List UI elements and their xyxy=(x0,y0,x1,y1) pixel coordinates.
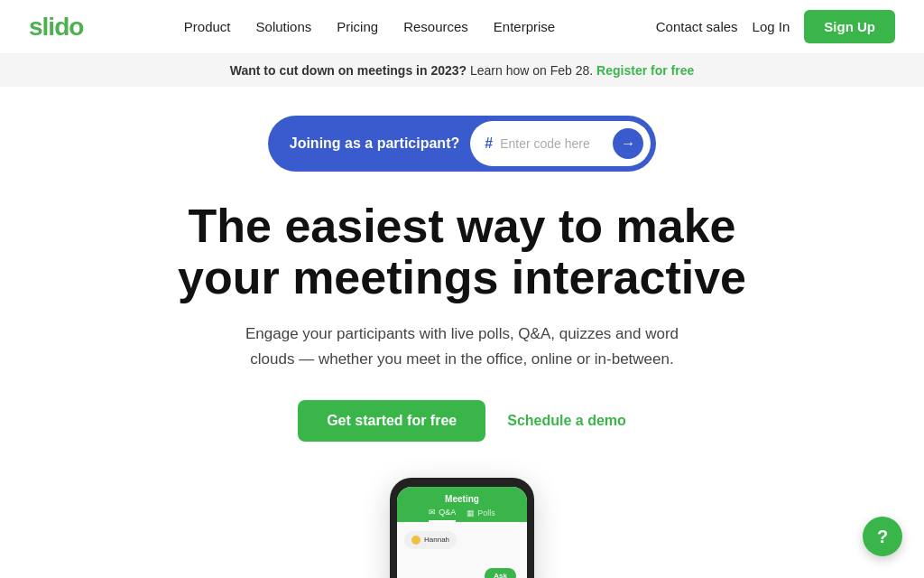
join-participant-bar: Joining as a participant? # Enter code h… xyxy=(268,116,656,172)
phone-tab-qa[interactable]: ✉ Q&A xyxy=(429,508,456,522)
phone-top-bar: Meeting ✉ Q&A ▦ Polls xyxy=(397,487,527,522)
promo-banner: Want to cut down on meetings in 2023? Le… xyxy=(0,54,924,87)
nav-pricing[interactable]: Pricing xyxy=(337,19,378,34)
nav-actions: Contact sales Log In Sign Up xyxy=(656,10,895,43)
phone-screen: Meeting ✉ Q&A ▦ Polls Hannah Ask xyxy=(397,487,527,578)
phone-tabs: ✉ Q&A ▦ Polls xyxy=(429,508,495,522)
cta-row: Get started for free Schedule a demo xyxy=(298,400,626,442)
code-input-container[interactable]: # Enter code here → xyxy=(470,121,651,166)
nav-links: Product Solutions Pricing Resources Ente… xyxy=(184,19,555,34)
nav-resources[interactable]: Resources xyxy=(403,19,468,34)
phone-meeting-label: Meeting xyxy=(445,494,479,504)
banner-text: Want to cut down on meetings in 2023? xyxy=(230,63,467,78)
login-link[interactable]: Log In xyxy=(753,19,790,34)
banner-register-link[interactable]: Register for free xyxy=(596,63,694,78)
phone-mockup: Meeting ✉ Q&A ▦ Polls Hannah Ask xyxy=(390,478,534,578)
join-label: Joining as a participant? xyxy=(290,135,459,152)
code-placeholder: Enter code here xyxy=(500,136,605,151)
phone-ask-button[interactable]: Ask xyxy=(485,568,516,578)
schedule-demo-link[interactable]: Schedule a demo xyxy=(507,413,626,429)
get-started-button[interactable]: Get started for free xyxy=(298,400,485,442)
nav-product[interactable]: Product xyxy=(184,19,231,34)
nav-solutions[interactable]: Solutions xyxy=(256,19,312,34)
hero-subtitle: Engage your participants with live polls… xyxy=(236,322,688,370)
user-avatar-dot xyxy=(411,536,420,545)
phone-body: Hannah Ask xyxy=(397,522,527,578)
navbar: slido Product Solutions Pricing Resource… xyxy=(0,0,924,54)
logo[interactable]: slido xyxy=(29,13,83,42)
hash-icon: # xyxy=(485,135,493,152)
signup-button[interactable]: Sign Up xyxy=(804,10,895,43)
phone-user-bubble: Hannah xyxy=(404,531,457,549)
nav-enterprise[interactable]: Enterprise xyxy=(494,19,555,34)
phone-tab-polls[interactable]: ▦ Polls xyxy=(467,508,495,522)
hero-section: Joining as a participant? # Enter code h… xyxy=(0,87,924,578)
contact-sales-link[interactable]: Contact sales xyxy=(656,19,738,34)
banner-suffix: Learn how on Feb 28. xyxy=(470,63,593,78)
help-button[interactable]: ? xyxy=(863,517,902,556)
question-icon: ? xyxy=(877,527,888,547)
hero-title: The easiest way to make your meetings in… xyxy=(146,200,778,303)
join-submit-button[interactable]: → xyxy=(613,128,643,159)
phone-user-name: Hannah xyxy=(424,536,449,544)
phone-mockup-container: Meeting ✉ Q&A ▦ Polls Hannah Ask xyxy=(18,478,906,578)
